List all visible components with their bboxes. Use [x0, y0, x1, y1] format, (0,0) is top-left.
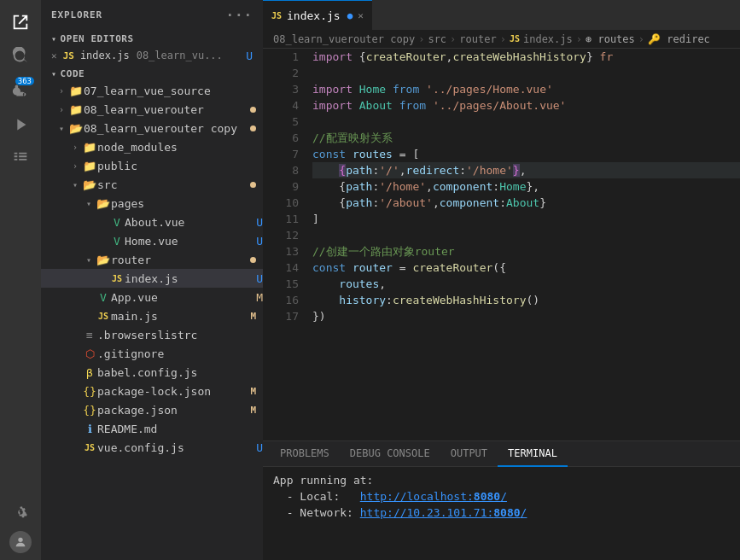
breadcrumb-item[interactable]: router	[459, 33, 496, 45]
breadcrumb-item[interactable]: 08_learn_vuerouter copy	[273, 33, 415, 45]
tab-problems[interactable]: PROBLEMS	[270, 441, 340, 467]
code-section[interactable]: ▾ CODE	[41, 65, 263, 81]
file-badge: M	[250, 405, 256, 416]
open-editor-item[interactable]: ✕ JS index.js 08_learn_vu... U	[41, 46, 263, 65]
js-file-icon: JS	[96, 312, 111, 321]
code-line: import About from '../pages/About.vue'	[312, 97, 740, 114]
folder-07[interactable]: › 📁 07_learn_vue_source	[41, 81, 263, 100]
activity-bar: 363	[0, 0, 41, 560]
folder-label: 07_learn_vue_source	[84, 85, 263, 97]
editor-area: JS index.js ● ✕ 08_learn_vuerouter copy …	[263, 0, 740, 560]
folder-node-modules[interactable]: › 📁 node_modules	[41, 137, 263, 156]
source-control-badge: 363	[15, 77, 34, 85]
breadcrumb-item[interactable]: src	[428, 33, 446, 45]
code-line: {path:'/',redirect:'/home'},	[312, 162, 740, 178]
code-editor: 12345 678910 1112131415 1617 import {cre…	[263, 49, 740, 440]
folder-pages[interactable]: ▾ 📂 pages	[41, 194, 263, 213]
folder-08[interactable]: › 📁 08_learn_vuerouter	[41, 100, 263, 119]
file-index-js[interactable]: JS index.js U	[41, 269, 263, 288]
extensions-icon[interactable]	[5, 143, 36, 174]
code-line: const routes = [	[312, 146, 740, 162]
code-line: ]	[312, 211, 740, 227]
js-file-icon: JS	[63, 50, 74, 61]
modified-dot	[250, 107, 256, 113]
modified-dot	[250, 257, 256, 263]
code-arrow: ▾	[51, 69, 57, 79]
code-line: history:createWebHashHistory()	[312, 292, 740, 308]
breadcrumb-item[interactable]: 🔑 redirec	[648, 33, 710, 45]
file-main-js[interactable]: JS main.js M	[41, 306, 263, 325]
file-package-lock[interactable]: {} package-lock.json M	[41, 382, 263, 400]
code-line: //配置映射关系	[312, 130, 740, 146]
json-file-icon: {}	[82, 385, 97, 398]
avatar[interactable]	[9, 531, 32, 553]
file-home-vue[interactable]: V Home.vue U	[41, 231, 263, 250]
code-lines: import {createRouter,createWebHashHistor…	[306, 49, 740, 440]
file-about-vue[interactable]: V About.vue U	[41, 213, 263, 231]
file-label: .gitignore	[97, 347, 263, 360]
breadcrumb-item[interactable]: ⊛ routes	[586, 33, 635, 45]
file-browserslistrc[interactable]: ≡ .browserslistrc	[41, 325, 263, 344]
file-label: package-lock.json	[97, 385, 250, 398]
folder-label: router	[111, 254, 250, 266]
open-editor-filename: index.js	[80, 50, 130, 61]
line-numbers: 12345 678910 1112131415 1617	[263, 49, 306, 440]
panel: PROBLEMS DEBUG CONSOLE OUTPUT TERMINAL A…	[263, 440, 740, 560]
folder-icon: 📁	[68, 103, 84, 116]
info-file-icon: ℹ	[82, 423, 97, 435]
folder-router[interactable]: ▾ 📂 router	[41, 250, 263, 269]
file-badge: U	[256, 216, 263, 229]
file-label: README.md	[97, 423, 263, 435]
explorer-icon[interactable]	[5, 7, 36, 38]
code-line: const router = createRouter({	[312, 260, 740, 276]
file-gitignore[interactable]: ⬡ .gitignore	[41, 344, 263, 363]
run-debug-icon[interactable]	[5, 109, 36, 140]
sidebar-more-icon[interactable]: ···	[225, 7, 253, 23]
folder-icon: 📁	[82, 141, 97, 154]
search-icon[interactable]	[5, 41, 36, 72]
file-app-vue[interactable]: V App.vue M	[41, 288, 263, 306]
file-badge: M	[250, 311, 256, 322]
open-editors-section[interactable]: ▾ OPEN EDITORS	[41, 30, 263, 46]
code-line	[312, 65, 740, 81]
terminal-line: - Local: http://localhost:8080/	[273, 488, 730, 505]
code-line: {path:'/about',component:About}	[312, 195, 740, 211]
folder-icon: 📁	[82, 160, 97, 172]
open-editors-arrow: ▾	[51, 34, 57, 44]
vue-file-icon: V	[109, 216, 125, 229]
file-label: App.vue	[111, 291, 256, 304]
file-vue-config[interactable]: JS vue.config.js U	[41, 438, 263, 457]
folder-icon: 📂	[68, 122, 84, 135]
close-editor-icon[interactable]: ✕	[51, 50, 57, 61]
folder-public[interactable]: › 📁 public	[41, 156, 263, 175]
tab-index-js[interactable]: JS index.js ● ✕	[263, 0, 372, 30]
file-label: vue.config.js	[97, 441, 256, 454]
code-line: routes,	[312, 276, 740, 292]
tab-output[interactable]: OUTPUT	[440, 441, 498, 467]
breadcrumb-item[interactable]: index.js	[523, 33, 573, 45]
tab-terminal[interactable]: TERMINAL	[498, 441, 568, 467]
json-file-icon: {}	[82, 404, 97, 417]
open-editor-badge: U	[246, 50, 253, 62]
file-readme[interactable]: ℹ README.md	[41, 419, 263, 438]
code-line: })	[312, 308, 740, 324]
sidebar-title: EXPLORER ···	[41, 0, 263, 30]
tab-debug-console[interactable]: DEBUG CONSOLE	[340, 441, 440, 467]
code-line: import Home from '../pages/Home.vue'	[312, 81, 740, 97]
network-link[interactable]: http://10.23.101.71:8080/	[360, 506, 527, 519]
settings-icon[interactable]	[5, 497, 36, 528]
local-link[interactable]: http://localhost:8080/	[360, 490, 507, 503]
folder-src[interactable]: ▾ 📂 src	[41, 175, 263, 194]
file-badge: U	[256, 235, 263, 248]
code-line: {path:'/home',component:Home},	[312, 178, 740, 195]
file-label: main.js	[111, 310, 250, 323]
folder-label: 08_learn_vuerouter copy	[84, 122, 250, 135]
file-babel-config[interactable]: β babel.config.js	[41, 363, 263, 382]
breadcrumb-js-icon: JS	[510, 34, 520, 44]
source-control-icon[interactable]: 363	[5, 75, 36, 106]
folder-icon: 📂	[96, 254, 111, 266]
tab-label: index.js	[287, 9, 341, 22]
tab-close-icon[interactable]: ✕	[358, 10, 364, 21]
folder-08-copy[interactable]: ▾ 📂 08_learn_vuerouter copy	[41, 119, 263, 137]
file-package-json[interactable]: {} package.json M	[41, 400, 263, 419]
